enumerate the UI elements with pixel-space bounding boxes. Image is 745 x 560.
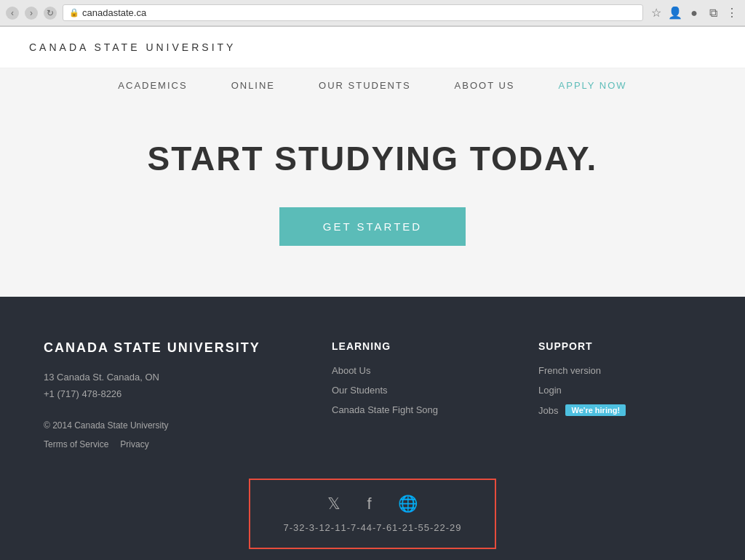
forward-button[interactable]: › [25,7,38,20]
globe-icon[interactable]: 🌐 [398,495,418,513]
nav-item-academics[interactable]: ACADEMICS [118,80,187,103]
footer-link-aboot-us[interactable]: Aboot Us [332,365,495,376]
footer-link-fight-song[interactable]: Canada State Fight Song [332,404,495,415]
hiring-badge: We're hiring! [565,404,626,416]
back-button[interactable]: ‹ [6,7,19,20]
social-code-text: 7-32-3-12-11-7-44-7-61-21-55-22-29 [283,522,461,533]
site-logo: CANADA STATE UNIVERSITY [29,41,716,53]
url-text: canadastate.ca [82,7,146,18]
privacy-link[interactable]: Privacy [120,439,148,449]
layers-button[interactable]: ⧉ [706,6,720,20]
hero-title: START STUDYING TODAY. [15,139,730,178]
footer-support-col: SUPPORT French version Login Jobs We're … [538,340,701,449]
page-wrapper: CANADA STATE UNIVERSITY ACADEMICS ONLINE… [0,27,745,560]
nav-item-apply-now[interactable]: APPLY NOW [559,80,627,103]
footer-top: CANADA STATE UNIVERSITY 13 Canada St. Ca… [44,340,701,449]
main-nav: ACADEMICS ONLINE OUR STUDENTS ABOOT US A… [0,68,745,103]
lock-icon: 🔒 [69,8,79,17]
star-button[interactable]: ☆ [649,6,664,20]
footer-link-jobs[interactable]: Jobs [538,405,558,416]
footer-brand-col: CANADA STATE UNIVERSITY 13 Canada St. Ca… [44,340,288,449]
browser-chrome: ‹ › ↻ 🔒 canadastate.ca ☆ 👤 ● ⧉ ⋮ [0,0,745,27]
footer-copyright: © 2014 Canada State University [44,420,288,431]
browser-toolbar: ‹ › ↻ 🔒 canadastate.ca ☆ 👤 ● ⧉ ⋮ [0,0,745,26]
nav-item-our-students[interactable]: OUR STUDENTS [319,80,411,103]
footer-link-french[interactable]: French version [538,365,701,376]
social-code: 7-32-3-12-11-7-44-7-61-21-55-22-29 [265,522,480,533]
site-footer: CANADA STATE UNIVERSITY 13 Canada St. Ca… [0,297,745,560]
address-line1: 13 Canada St. Canada, ON [44,372,159,383]
footer-logo: CANADA STATE UNIVERSITY [44,340,288,356]
social-section: 𝕏 f 🌐 7-32-3-12-11-7-44-7-61-21-55-22-29 [249,479,496,549]
nav-item-online[interactable]: ONLINE [231,80,275,103]
nav-item-aboot-us[interactable]: ABOOT US [455,80,515,103]
profile-button[interactable]: 👤 [668,6,682,20]
learning-col-title: LEARNING [332,340,495,352]
footer-address: 13 Canada St. Canada, ON +1 (717) 478-82… [44,369,288,403]
site-header: CANADA STATE UNIVERSITY [0,27,745,68]
footer-bottom: 𝕏 f 🌐 7-32-3-12-11-7-44-7-61-21-55-22-29 [44,479,701,549]
footer-link-login[interactable]: Login [538,385,701,396]
support-col-title: SUPPORT [538,340,701,352]
footer-learning-col: LEARNING Aboot Us Our Students Canada St… [332,340,495,449]
footer-legal: Terms of Service Privacy [44,439,288,449]
twitter-icon[interactable]: 𝕏 [327,495,340,513]
refresh-button[interactable]: ↻ [44,7,57,20]
footer-jobs-row: Jobs We're hiring! [538,404,701,416]
menu-button[interactable]: ⋮ [725,6,739,20]
get-started-button[interactable]: GET STARTED [279,207,466,246]
extension-button[interactable]: ● [687,6,701,20]
address-bar[interactable]: 🔒 canadastate.ca [63,4,643,21]
address-line2: +1 (717) 478-8226 [44,388,121,399]
hero-section: START STUDYING TODAY. GET STARTED [0,103,745,297]
facebook-icon[interactable]: f [367,495,371,513]
footer-link-our-students[interactable]: Our Students [332,385,495,396]
social-icons: 𝕏 f 🌐 [265,495,480,513]
terms-of-service-link[interactable]: Terms of Service [44,439,108,449]
browser-actions: ☆ 👤 ● ⧉ ⋮ [649,6,739,20]
